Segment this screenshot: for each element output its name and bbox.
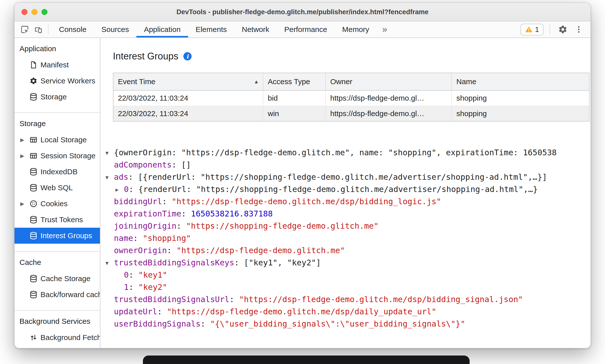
sidebar-item-web-sql[interactable]: Web SQL bbox=[14, 180, 100, 196]
tree-line-ads[interactable]: ▼ads: [{renderUrl: "https://shopping-fle… bbox=[105, 171, 591, 183]
tree-line-ownerorigin[interactable]: ownerOrigin: "https://dsp-fledge-demo.gl… bbox=[105, 244, 591, 257]
sidebar-section-cache: CacheCache StorageBack/forward cach bbox=[14, 252, 100, 311]
application-sidebar: ApplicationManifestService WorkersStorag… bbox=[14, 38, 100, 348]
database-icon bbox=[29, 184, 37, 192]
info-icon[interactable]: i bbox=[183, 52, 192, 60]
menu-button[interactable] bbox=[573, 25, 585, 34]
tree-string-value: "https://shopping-fledge-demo.glitch.me" bbox=[186, 221, 379, 231]
sidebar-item-trust-tokens[interactable]: Trust Tokens bbox=[14, 212, 100, 228]
expander-icon[interactable]: ▶ bbox=[18, 201, 26, 207]
tree-line-1[interactable]: 1: "key2" bbox=[105, 281, 591, 293]
sidebar-item-background-fetch[interactable]: Background Fetch bbox=[14, 330, 100, 346]
tree-key: joiningOrigin bbox=[114, 221, 176, 231]
sidebar-item-label: Local Storage bbox=[40, 136, 87, 144]
tree-text: : bbox=[129, 282, 138, 292]
tree-line-biddingurl[interactable]: biddingUrl: "https://dsp-fledge-demo.gli… bbox=[105, 195, 591, 208]
cookie-icon bbox=[29, 200, 37, 208]
table-cell-access-type[interactable]: bid bbox=[263, 91, 326, 106]
tree-line-expirationtime[interactable]: expirationTime: 1650538216.837188 bbox=[105, 208, 591, 220]
tree-line-0[interactable]: 0: "key1" bbox=[105, 269, 591, 281]
sidebar-item-indexeddb[interactable]: IndexedDB bbox=[14, 164, 100, 180]
table-cell-event-time[interactable]: 22/03/2022, 11:03:24 bbox=[113, 91, 263, 106]
tree-line-trustedbiddingsignalsurl[interactable]: trustedBiddingSignalsUrl: "https://dsp-f… bbox=[105, 293, 591, 306]
table-cell-owner[interactable]: https://dsp-fledge-demo.gl… bbox=[326, 106, 452, 121]
expanded-arrow-icon[interactable]: ▼ bbox=[105, 257, 114, 269]
sidebar-item-back-forward-cach[interactable]: Back/forward cach bbox=[14, 287, 100, 303]
tree-string-value: "https://dsp-fledge-demo.glitch.me/dsp/b… bbox=[239, 295, 523, 304]
tab-application[interactable]: Application bbox=[136, 21, 188, 37]
table-cell-name[interactable]: shopping bbox=[452, 106, 589, 121]
three-dots-icon bbox=[575, 25, 583, 34]
tree-line-root-preview[interactable]: ▼{ownerOrigin: "https://dsp-fledge-demo.… bbox=[105, 147, 591, 159]
column-header-event-time[interactable]: Event Time▲ bbox=[113, 73, 263, 91]
sidebar-section-header: Cache bbox=[14, 258, 100, 271]
tree-line-userbiddingsignals[interactable]: userBiddingSignals: "{\"user_bidding_sig… bbox=[105, 318, 591, 330]
issues-badge[interactable]: 1 bbox=[521, 24, 544, 35]
tab-label: Console bbox=[59, 25, 86, 34]
tree-line-adcomponents[interactable]: adComponents: [] bbox=[105, 159, 591, 171]
interest-group-json-tree: ▼{ownerOrigin: "https://dsp-fledge-demo.… bbox=[100, 147, 591, 330]
expander-icon[interactable]: ▶ bbox=[18, 137, 26, 143]
sidebar-section-header: Background Services bbox=[14, 317, 100, 330]
sidebar-item-label: Web SQL bbox=[40, 183, 73, 192]
column-header-name[interactable]: Name bbox=[452, 73, 589, 91]
column-header-owner[interactable]: Owner bbox=[326, 73, 452, 91]
table-cell-name[interactable]: shopping bbox=[452, 91, 589, 106]
tree-key: updateUrl bbox=[114, 307, 157, 316]
sidebar-item-storage[interactable]: Storage bbox=[14, 89, 100, 105]
column-header-access-type[interactable]: Access Type bbox=[263, 73, 326, 91]
expander-icon[interactable]: ▶ bbox=[18, 153, 26, 159]
tree-line-joiningorigin[interactable]: joiningOrigin: "https://shopping-fledge-… bbox=[105, 220, 591, 232]
column-header-label: Owner bbox=[330, 77, 352, 86]
sidebar-item-cookies[interactable]: ▶Cookies bbox=[14, 196, 100, 212]
tree-line-name[interactable]: name: "shopping" bbox=[105, 232, 591, 244]
tree-text: : ["key1", "key2"] bbox=[234, 258, 321, 267]
more-tabs-button[interactable]: » bbox=[377, 21, 393, 37]
settings-button[interactable] bbox=[556, 25, 570, 34]
sidebar-item-manifest[interactable]: Manifest bbox=[14, 57, 100, 73]
sidebar-section-header: Storage bbox=[14, 119, 100, 132]
manifest-icon bbox=[29, 61, 37, 69]
table-cell-owner[interactable]: https://dsp-fledge-demo.gl… bbox=[326, 91, 452, 106]
sidebar-item-label: Service Workers bbox=[40, 77, 95, 85]
tree-text: {ownerOrigin: "https://dsp-fledge-demo.g… bbox=[114, 148, 557, 157]
inspect-element-button[interactable] bbox=[18, 21, 31, 37]
tree-text: : bbox=[133, 233, 143, 243]
tree-line-0[interactable]: ▶0: {renderUrl: "https://shopping-fledge… bbox=[105, 183, 591, 195]
collapsed-arrow-icon[interactable]: ▶ bbox=[115, 184, 124, 196]
tree-key: ads bbox=[114, 172, 128, 182]
sidebar-item-label: Storage bbox=[40, 93, 67, 101]
sidebar-item-cache-storage[interactable]: Cache Storage bbox=[14, 271, 100, 287]
tree-text: : bbox=[181, 209, 191, 218]
tree-line-trustedbiddingsignalskeys[interactable]: ▼trustedBiddingSignalsKeys: ["key1", "ke… bbox=[105, 257, 591, 269]
warning-icon bbox=[525, 26, 533, 33]
sidebar-item-interest-groups[interactable]: Interest Groups bbox=[14, 228, 100, 244]
tree-text: : bbox=[129, 270, 138, 280]
tab-network[interactable]: Network bbox=[234, 21, 277, 37]
table-icon bbox=[29, 136, 37, 144]
tree-key: userBiddingSignals bbox=[114, 319, 201, 329]
database-icon bbox=[29, 232, 37, 240]
expanded-arrow-icon[interactable]: ▼ bbox=[105, 172, 114, 183]
tree-line-updateurl[interactable]: updateUrl: "https://dsp-fledge-demo.glit… bbox=[105, 306, 591, 318]
sidebar-item-local-storage[interactable]: ▶Local Storage bbox=[14, 132, 100, 148]
table-cell-event-time[interactable]: 22/03/2022, 11:03:24 bbox=[113, 106, 263, 121]
devtools-window: DevTools - publisher-fledge-demo.glitch.… bbox=[14, 2, 591, 348]
window-titlebar: DevTools - publisher-fledge-demo.glitch.… bbox=[14, 3, 591, 21]
sidebar-item-session-storage[interactable]: ▶Session Storage bbox=[14, 148, 100, 164]
expanded-arrow-icon[interactable]: ▼ bbox=[105, 147, 114, 159]
sidebar-item-service-workers[interactable]: Service Workers bbox=[14, 73, 100, 89]
page-title: Interest Groups bbox=[113, 51, 178, 62]
tab-console[interactable]: Console bbox=[51, 21, 94, 37]
tab-label: Elements bbox=[196, 25, 227, 34]
table-cell-access-type[interactable]: win bbox=[263, 106, 326, 121]
tree-number-value: 1650538216.837188 bbox=[191, 209, 273, 218]
device-toolbar-button[interactable] bbox=[31, 21, 45, 37]
tab-memory[interactable]: Memory bbox=[335, 21, 377, 37]
sidebar-section-application: ApplicationManifestService WorkersStorag… bbox=[14, 38, 100, 113]
tab-performance[interactable]: Performance bbox=[277, 21, 335, 37]
tree-text: : bbox=[201, 319, 210, 329]
tree-text: : bbox=[167, 246, 177, 255]
tab-sources[interactable]: Sources bbox=[94, 21, 136, 37]
tab-elements[interactable]: Elements bbox=[188, 21, 234, 37]
